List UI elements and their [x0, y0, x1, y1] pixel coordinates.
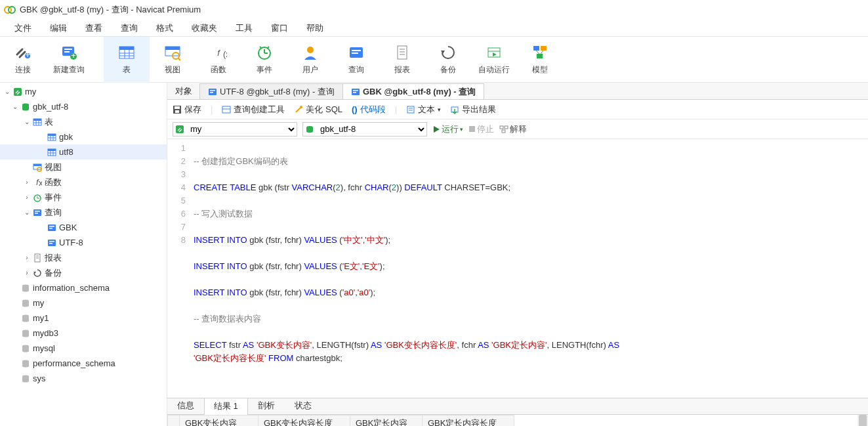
- tree-node-label: 备份: [43, 267, 62, 279]
- tree-node-sys[interactable]: sys: [0, 371, 167, 386]
- svg-text:(x): (x): [223, 49, 227, 59]
- query-builder-button[interactable]: 查询创建工具: [222, 104, 285, 116]
- tree-node-information-schema[interactable]: information_schema: [0, 280, 167, 295]
- result-grid[interactable]: GBK变长内容 GBK变长内容长度 GBK定长内容 GBK定长内容长度 ▸中文4…: [167, 415, 514, 426]
- ribbon-report[interactable]: 报表: [379, 37, 425, 83]
- tree-node--[interactable]: ›报表: [0, 250, 167, 265]
- tree-node-my[interactable]: my: [0, 295, 167, 310]
- ribbon-connect[interactable]: +连接: [0, 37, 46, 83]
- rtab-status[interactable]: 状态: [285, 397, 321, 414]
- tree-node-utf8[interactable]: utf8: [0, 144, 167, 160]
- svg-rect-46: [33, 119, 41, 121]
- tree-node--[interactable]: ›事件: [0, 190, 167, 205]
- table-icon: [117, 43, 136, 62]
- menu-file[interactable]: 文件: [5, 21, 41, 35]
- save-button[interactable]: 保存: [173, 104, 201, 116]
- col-header[interactable]: GBK变长内容长度: [258, 415, 350, 427]
- expand-arrow-icon[interactable]: ⌄: [3, 88, 12, 95]
- menu-query[interactable]: 查询: [112, 21, 147, 35]
- export-icon: [450, 105, 459, 114]
- svg-rect-56: [48, 149, 56, 151]
- line-gutter: 12345678: [167, 142, 194, 391]
- stop-button[interactable]: 停止: [468, 123, 494, 135]
- tree-node--[interactable]: ⌄查询: [0, 205, 167, 220]
- ribbon-event[interactable]: 事件: [241, 37, 287, 83]
- tree-node-my[interactable]: ⌄my: [0, 84, 167, 99]
- tab-objects[interactable]: 对象: [167, 83, 200, 99]
- result-tabs: 信息 结果 1 剖析 状态: [167, 398, 868, 415]
- tree-node-my1[interactable]: my1: [0, 310, 167, 326]
- tab-gbk-query[interactable]: GBK @gbk_utf-8 (my) - 查询: [342, 83, 484, 99]
- tree-node--[interactable]: 视图: [0, 160, 167, 175]
- tab-utf8-query[interactable]: UTF-8 @gbk_utf-8 (my) - 查询: [199, 83, 343, 99]
- expand-arrow-icon[interactable]: ⌄: [22, 209, 31, 216]
- menu-format[interactable]: 格式: [147, 21, 182, 35]
- menu-tools[interactable]: 工具: [226, 21, 262, 35]
- explain-button[interactable]: 解释: [499, 123, 527, 135]
- svg-rect-16: [165, 47, 180, 50]
- ribbon-query[interactable]: 查询: [333, 37, 379, 83]
- connection-tree[interactable]: ⌄my⌄gbk_utf-8⌄表gbkutf8视图›fx函数›事件⌄查询GBKUT…: [0, 83, 167, 426]
- svg-text:+: +: [25, 50, 30, 60]
- run-button[interactable]: 运行▾: [432, 123, 463, 135]
- vertical-scrollbar[interactable]: [858, 415, 868, 426]
- tree-node-utf-8[interactable]: UTF-8: [0, 235, 167, 250]
- scrollbar-thumb[interactable]: [859, 415, 867, 426]
- svg-rect-90: [210, 92, 213, 93]
- tree-node-label: my: [24, 87, 36, 96]
- tree-node--[interactable]: ›备份: [0, 265, 167, 280]
- tree-node-gbk[interactable]: GBK: [0, 220, 167, 235]
- tree-node--[interactable]: ›fx函数: [0, 175, 167, 190]
- export-button[interactable]: 导出结果: [450, 104, 496, 116]
- rtab-result1[interactable]: 结果 1: [204, 398, 248, 415]
- menu-fav[interactable]: 收藏夹: [182, 21, 226, 35]
- ribbon-backup[interactable]: 备份: [425, 37, 471, 83]
- rtab-profile[interactable]: 剖析: [248, 397, 285, 414]
- snippet-button[interactable]: ()代码段: [352, 104, 386, 116]
- col-header[interactable]: GBK定长内容: [350, 415, 423, 427]
- ribbon-user[interactable]: 用户: [287, 37, 333, 83]
- svg-rect-111: [502, 130, 505, 133]
- ribbon-table[interactable]: 表: [104, 37, 150, 83]
- ribbon-auto[interactable]: 自动运行: [471, 37, 517, 83]
- tree-node-gbk-utf-8[interactable]: ⌄gbk_utf-8: [0, 99, 167, 114]
- expand-arrow-icon[interactable]: ›: [22, 269, 31, 276]
- menu-help[interactable]: 帮助: [297, 21, 333, 35]
- tree-node-gbk[interactable]: gbk: [0, 129, 167, 144]
- ribbon-function[interactable]: f(x)函数: [196, 37, 241, 83]
- query-icon: [46, 223, 58, 232]
- tree-node--[interactable]: ⌄表: [0, 114, 167, 129]
- svg-rect-5: [64, 49, 72, 50]
- svg-marker-34: [441, 51, 445, 54]
- rtab-info[interactable]: 信息: [167, 397, 204, 414]
- col-header[interactable]: GBK定长内容长度: [423, 415, 514, 427]
- text-button[interactable]: 文本▾: [406, 104, 441, 116]
- svg-rect-72: [49, 226, 54, 227]
- menu-view[interactable]: 查看: [76, 21, 112, 35]
- sql-code[interactable]: -- 创建指定GBK编码的表 CREATE TABLE gbk (fstr VA…: [194, 142, 619, 391]
- expand-arrow-icon[interactable]: ⌄: [10, 103, 20, 110]
- db-active-icon: [20, 102, 31, 112]
- tree-node-performance-schema[interactable]: performance_schema: [0, 356, 167, 371]
- expand-arrow-icon[interactable]: ›: [22, 254, 31, 261]
- sql-editor[interactable]: 12345678 -- 创建指定GBK编码的表 CREATE TABLE gbk…: [167, 139, 868, 398]
- ribbon-view[interactable]: 视图: [150, 37, 196, 83]
- svg-rect-109: [500, 126, 503, 129]
- col-header[interactable]: GBK变长内容: [180, 415, 258, 427]
- beautify-button[interactable]: 美化 SQL: [294, 104, 342, 116]
- expand-arrow-icon[interactable]: ›: [22, 179, 31, 186]
- tree-node-mydb3[interactable]: mydb3: [0, 326, 167, 341]
- expand-arrow-icon[interactable]: ⌄: [22, 118, 31, 125]
- menu-edit[interactable]: 编辑: [41, 21, 76, 35]
- database-select[interactable]: gbk_utf-8: [302, 122, 427, 137]
- tree-node-mysql[interactable]: mysql: [0, 341, 167, 356]
- menu-window[interactable]: 窗口: [262, 21, 297, 35]
- ribbon-model[interactable]: 模型: [517, 37, 563, 83]
- expand-arrow-icon[interactable]: ›: [22, 194, 31, 201]
- new-query-icon: +: [60, 43, 78, 62]
- svg-rect-108: [469, 126, 475, 132]
- connection-select[interactable]: my: [173, 122, 297, 137]
- backup-icon: [31, 268, 43, 278]
- plug-icon: +: [14, 43, 32, 62]
- ribbon-new-query[interactable]: +新建查询: [46, 37, 92, 83]
